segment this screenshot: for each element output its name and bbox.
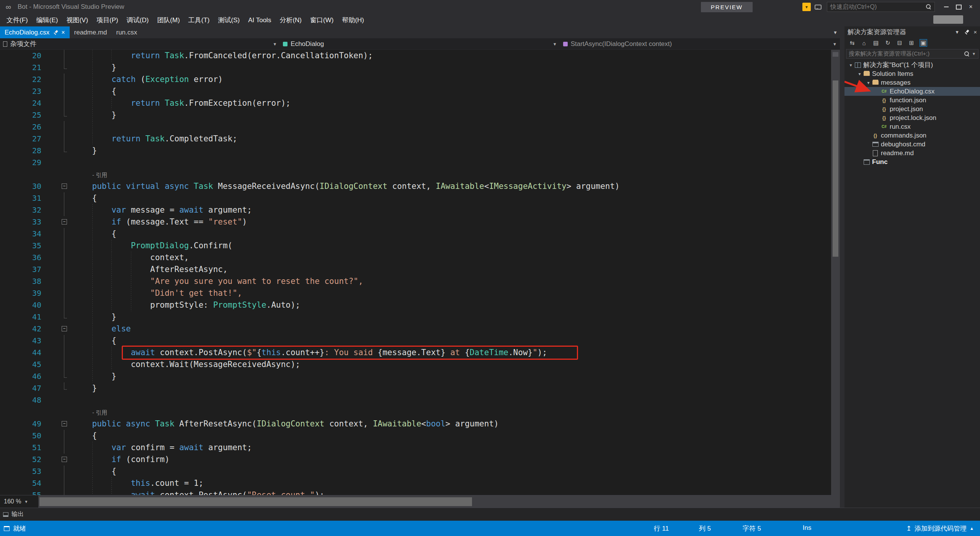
- menu-item-t[interactable]: 工具(T): [184, 14, 214, 26]
- fold-collapse-icon[interactable]: −: [62, 421, 67, 426]
- menu-item-n[interactable]: 分析(N): [275, 14, 306, 26]
- zoom-control[interactable]: 160 % ▼: [0, 495, 38, 508]
- tree-item-solution-items[interactable]: ▾Solution Items: [844, 69, 980, 78]
- menu-item-w[interactable]: 窗口(W): [306, 14, 338, 26]
- tree-item-bot-1[interactable]: ▾解决方案"Bot"(1 个项目): [844, 61, 980, 69]
- code-line-36[interactable]: 36 context,: [0, 252, 831, 264]
- menu-item-m[interactable]: 团队(M): [153, 14, 184, 26]
- codelens-references[interactable]: - 引用: [92, 409, 107, 416]
- expanded-arrow-icon[interactable]: ▾: [856, 71, 863, 77]
- code-line-38[interactable]: 38 "Are you sure you want to reset the c…: [0, 275, 831, 287]
- home-icon[interactable]: ⌂: [860, 39, 868, 47]
- document-list-chevron-icon[interactable]: ▼: [833, 30, 840, 35]
- notifications-icon[interactable]: ▼: [802, 3, 811, 11]
- window-position-chevron-icon[interactable]: ▼: [955, 30, 959, 35]
- code-line-23[interactable]: 23 {: [0, 85, 831, 97]
- vertical-scrollbar-thumb[interactable]: [833, 80, 838, 257]
- code-line-32[interactable]: 32 var message = await argument;: [0, 204, 831, 216]
- expanded-arrow-icon[interactable]: ▾: [848, 62, 854, 68]
- close-panel-icon[interactable]: ×: [973, 29, 977, 35]
- menu-item-h[interactable]: 帮助(H): [338, 14, 368, 26]
- auto-hide-pin-icon[interactable]: [964, 30, 969, 35]
- code-line-27[interactable]: 27 return Task.CompletedTask;: [0, 133, 831, 145]
- code-editor[interactable]: 20 return Task.FromCanceled(error.Cancel…: [0, 50, 840, 495]
- output-panel-header[interactable]: 输出: [0, 508, 980, 521]
- menu-item-p[interactable]: 项目(P): [92, 14, 122, 26]
- code-line-25[interactable]: 25 }: [0, 109, 831, 121]
- collapse-all-icon[interactable]: ⊟: [896, 39, 903, 47]
- scrollbar-grip[interactable]: [833, 52, 838, 57]
- menu-item-ai-tools[interactable]: AI Tools: [244, 15, 275, 26]
- code-line-50[interactable]: 50 {: [0, 430, 831, 442]
- tree-item-run-csx[interactable]: C#run.csx: [844, 122, 980, 131]
- code-line-26[interactable]: 26: [0, 121, 831, 133]
- tree-item-project-json[interactable]: {}project.json: [844, 105, 980, 113]
- add-to-source-control-button[interactable]: ↥ 添加到源代码管理 ▲: [906, 524, 974, 533]
- code-line-33[interactable]: 33− if (message.Text == "reset"): [0, 216, 831, 228]
- type-dropdown[interactable]: EchoDialog ▼: [280, 38, 560, 49]
- code-line-20[interactable]: 20 return Task.FromCanceled(error.Cancel…: [0, 50, 831, 62]
- code-line-54[interactable]: 54 this.count = 1;: [0, 477, 831, 489]
- panel-splitter[interactable]: [840, 26, 844, 508]
- code-line-40[interactable]: 40 promptStyle: PromptStyle.Auto);: [0, 299, 831, 311]
- fold-collapse-icon[interactable]: −: [62, 457, 67, 462]
- tree-item-debughost-cmd[interactable]: debughost.cmd: [844, 140, 980, 149]
- tree-item-readme-md[interactable]: readme.md: [844, 149, 980, 157]
- horizontal-scrollbar[interactable]: [38, 495, 840, 508]
- pending-changes-icon[interactable]: ▤: [872, 39, 880, 47]
- codelens-references[interactable]: - 引用: [92, 172, 107, 178]
- code-line-43[interactable]: 43 {: [0, 335, 831, 347]
- code-line-41[interactable]: 41 }: [0, 311, 831, 323]
- code-line-46[interactable]: 46 }: [0, 370, 831, 382]
- tree-item-project-lock-json[interactable]: {}project.lock.json: [844, 113, 980, 122]
- horizontal-scrollbar-thumb[interactable]: [39, 497, 472, 506]
- menu-item-e[interactable]: 编辑(E): [32, 14, 62, 26]
- solution-search-input[interactable]: 搜索解决方案资源管理器(Ctrl+;) ▼: [846, 49, 978, 59]
- account-badge-redacted[interactable]: [933, 15, 963, 24]
- code-line-49[interactable]: 49− public async Task AfterResetAsync(ID…: [0, 418, 831, 430]
- code-line-24[interactable]: 24 return Task.FromException(error);: [0, 97, 831, 109]
- solution-explorer-header[interactable]: 解决方案资源管理器 ▼ ×: [844, 26, 980, 38]
- tree-item-func[interactable]: Func: [844, 157, 980, 166]
- code-line-22[interactable]: 22 catch (Exception error): [0, 74, 831, 85]
- maximize-button[interactable]: [952, 2, 965, 12]
- code-line-53[interactable]: 53 {: [0, 466, 831, 477]
- back-forward-icon[interactable]: ⇆: [848, 39, 856, 47]
- code-line-44[interactable]: 44 await context.PostAsync($"{this.count…: [0, 347, 831, 359]
- code-line-34[interactable]: 34 {: [0, 228, 831, 240]
- preview-selected-icon[interactable]: ▣: [920, 39, 927, 47]
- menu-item-v[interactable]: 视图(V): [62, 14, 92, 26]
- tab-run-csx[interactable]: run.csx: [112, 26, 142, 38]
- fold-collapse-icon[interactable]: −: [62, 326, 67, 331]
- fold-collapse-icon[interactable]: −: [62, 184, 67, 189]
- sync-icon[interactable]: ↻: [884, 39, 892, 47]
- feedback-icon[interactable]: [815, 5, 822, 10]
- project-dropdown[interactable]: 杂项文件 ▼: [0, 38, 280, 49]
- menu-item-f[interactable]: 文件(F): [2, 14, 32, 26]
- show-all-files-icon[interactable]: ⊞: [908, 39, 915, 47]
- code-line-42[interactable]: 42− else: [0, 323, 831, 335]
- tree-item-commands-json[interactable]: {}commands.json: [844, 131, 980, 140]
- close-icon[interactable]: ×: [61, 29, 65, 36]
- tree-item-messages[interactable]: ▾messages: [844, 78, 980, 87]
- code-line-28[interactable]: 28 }: [0, 145, 831, 157]
- tab-readme-md[interactable]: readme.md: [70, 26, 112, 38]
- member-dropdown[interactable]: StartAsync(IDialogContext context) ▼: [560, 38, 840, 49]
- code-line-29[interactable]: 29: [0, 157, 831, 169]
- code-line-39[interactable]: 39 "Didn't get that!",: [0, 287, 831, 299]
- code-line-35[interactable]: 35 PromptDialog.Confirm(: [0, 240, 831, 252]
- quick-launch-input[interactable]: 快速启动(Ctrl+Q): [827, 2, 935, 12]
- code-line-31[interactable]: 31 {: [0, 192, 831, 204]
- expanded-arrow-icon[interactable]: ▾: [865, 80, 872, 85]
- code-line-21[interactable]: 21 }: [0, 62, 831, 74]
- menu-item-s[interactable]: 测试(S): [214, 14, 244, 26]
- fold-collapse-icon[interactable]: −: [62, 219, 67, 225]
- code-line-30[interactable]: 30− public virtual async Task MessageRec…: [0, 180, 831, 192]
- vertical-scrollbar[interactable]: [831, 50, 840, 495]
- tree-item-function-json[interactable]: {}function.json: [844, 96, 980, 105]
- code-line-48[interactable]: 48: [0, 394, 831, 406]
- tree-item-echodialog-csx[interactable]: C#EchoDialog.csx: [844, 87, 980, 96]
- close-window-button[interactable]: ×: [965, 2, 977, 12]
- pin-icon[interactable]: [53, 30, 58, 35]
- minimize-button[interactable]: [940, 2, 952, 12]
